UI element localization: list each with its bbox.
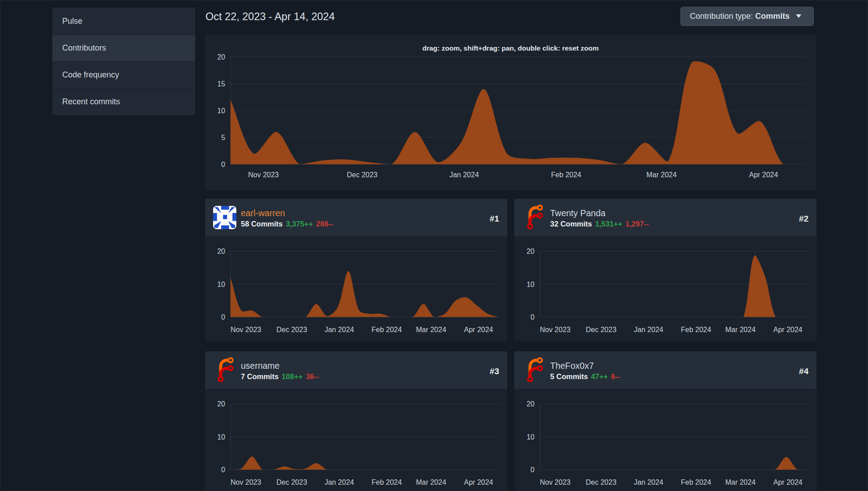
svg-text:Mar 2024: Mar 2024 [416, 478, 446, 486]
svg-text:Jan 2024: Jan 2024 [325, 478, 354, 486]
svg-text:Nov 2023: Nov 2023 [231, 478, 261, 486]
svg-text:0: 0 [530, 313, 534, 321]
svg-text:Feb 2024: Feb 2024 [681, 326, 711, 333]
svg-text:Jan 2024: Jan 2024 [634, 478, 663, 486]
svg-text:Feb 2024: Feb 2024 [551, 171, 582, 179]
svg-text:Dec 2023: Dec 2023 [586, 478, 617, 486]
svg-text:Dec 2023: Dec 2023 [347, 171, 378, 179]
svg-text:0: 0 [221, 466, 225, 474]
svg-text:Mar 2024: Mar 2024 [646, 171, 677, 179]
svg-text:Nov 2023: Nov 2023 [231, 326, 261, 333]
svg-text:Mar 2024: Mar 2024 [725, 326, 756, 333]
svg-text:Nov 2023: Nov 2023 [248, 171, 279, 179]
svg-text:0: 0 [221, 161, 225, 168]
svg-text:Jan 2024: Jan 2024 [449, 171, 479, 179]
svg-text:Feb 2024: Feb 2024 [681, 478, 711, 486]
svg-text:Apr 2024: Apr 2024 [464, 326, 493, 333]
svg-text:20: 20 [217, 400, 225, 408]
svg-text:Nov 2023: Nov 2023 [540, 326, 571, 333]
svg-text:Dec 2023: Dec 2023 [586, 326, 617, 333]
svg-text:Jan 2024: Jan 2024 [325, 326, 354, 333]
svg-text:Apr 2024: Apr 2024 [774, 478, 803, 486]
svg-text:Mar 2024: Mar 2024 [725, 478, 756, 486]
svg-text:0: 0 [530, 466, 534, 474]
svg-text:20: 20 [526, 400, 534, 408]
svg-text:Feb 2024: Feb 2024 [372, 326, 402, 333]
svg-text:10: 10 [217, 107, 225, 115]
svg-text:20: 20 [217, 53, 225, 61]
svg-text:5: 5 [221, 134, 225, 141]
svg-text:10: 10 [217, 433, 225, 441]
svg-text:Nov 2023: Nov 2023 [540, 478, 571, 486]
svg-text:Apr 2024: Apr 2024 [749, 171, 778, 179]
svg-text:Dec 2023: Dec 2023 [277, 478, 308, 486]
svg-text:10: 10 [526, 433, 534, 441]
svg-text:20: 20 [526, 248, 534, 255]
svg-text:10: 10 [217, 281, 225, 288]
svg-text:Dec 2023: Dec 2023 [277, 326, 308, 333]
svg-text:0: 0 [221, 313, 225, 321]
svg-text:Apr 2024: Apr 2024 [464, 478, 493, 486]
svg-text:10: 10 [526, 281, 534, 288]
svg-text:Mar 2024: Mar 2024 [416, 326, 446, 333]
svg-text:Apr 2024: Apr 2024 [774, 326, 803, 333]
svg-text:Feb 2024: Feb 2024 [372, 478, 402, 486]
svg-text:20: 20 [217, 248, 225, 255]
svg-text:Jan 2024: Jan 2024 [634, 326, 663, 333]
svg-text:15: 15 [217, 80, 225, 88]
